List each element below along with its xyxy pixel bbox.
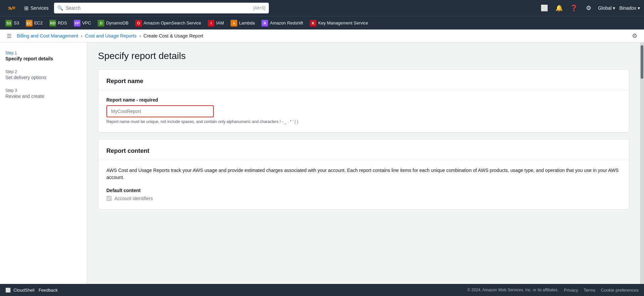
scrollbar-track[interactable]: [640, 43, 644, 284]
report-name-card: Report name Report name - required Repor…: [98, 69, 629, 132]
breadcrumb-separator-1: ›: [81, 33, 83, 39]
scrollbar-thumb[interactable]: [641, 45, 643, 79]
breadcrumb-separator-2: ›: [139, 33, 141, 39]
privacy-link[interactable]: Privacy: [564, 288, 578, 293]
rds-label: RDS: [58, 20, 67, 25]
service-shortcut-ec2[interactable]: EC EC2: [23, 18, 45, 28]
default-content-label: Default content: [106, 188, 621, 193]
page-title: Specify report details: [98, 51, 629, 61]
dynamodb-label: DynamoDB: [106, 20, 128, 25]
service-shortcuts-bar: S3 S3 EC EC2 RD RDS VP VPC D DynamoDB O …: [0, 16, 644, 29]
step-1-number: Step 1: [5, 51, 82, 55]
search-icon: 🔍: [57, 5, 63, 11]
step-1-label: Specify report details: [5, 56, 82, 61]
terminal-icon-button[interactable]: ⬜: [539, 3, 550, 13]
terms-link[interactable]: Terms: [584, 288, 595, 293]
footer-right: © 2024, Amazon Web Services, Inc. or its…: [467, 288, 639, 293]
account-menu[interactable]: Binadox ▾: [619, 5, 640, 11]
cloudshell-icon: ⬜: [5, 288, 11, 293]
breadcrumb-current: Create Cost & Usage Report: [144, 33, 203, 39]
report-content-card: Report content AWS Cost and Usage Report…: [98, 139, 629, 210]
service-shortcut-rds[interactable]: RD RDS: [47, 18, 69, 28]
step-3-label: Review and create: [5, 94, 82, 99]
opensearch-icon: O: [135, 20, 142, 26]
region-label: Global: [598, 5, 611, 11]
lambda-label: Lambda: [239, 20, 255, 25]
s3-label: S3: [14, 20, 19, 25]
main-wrapper: Step 1 Specify report details Step 2 Set…: [0, 43, 644, 284]
account-name: Binadox: [619, 5, 636, 11]
footer: ⬜ CloudShell Feedback © 2024, Amazon Web…: [0, 284, 644, 296]
region-selector[interactable]: Global ▾: [598, 5, 615, 11]
vpc-icon: VP: [74, 20, 81, 26]
breadcrumb-right-controls: ⚙: [632, 32, 637, 40]
services-label: Services: [31, 5, 49, 11]
help-button[interactable]: ❓: [568, 3, 579, 13]
cloudshell-label: CloudShell: [13, 288, 35, 293]
step-2-number: Step 2: [5, 69, 82, 74]
breadcrumb-bar: ☰ Billing and Cost Management › Cost and…: [0, 29, 644, 43]
kms-label: Key Management Service: [318, 20, 368, 25]
report-content-card-title: Report content: [106, 147, 621, 155]
nav-right-controls: ⬜ 🔔 ❓ ⚙ Global ▾ Binadox ▾: [539, 3, 640, 13]
steps-sidebar: Step 1 Specify report details Step 2 Set…: [0, 43, 87, 284]
step-3-item[interactable]: Step 3 Review and create: [5, 88, 82, 99]
card-divider-1: [98, 90, 629, 91]
search-input[interactable]: [66, 5, 251, 11]
report-name-input[interactable]: [106, 105, 214, 117]
step-2-label: Set delivery options: [5, 75, 82, 80]
sidebar-toggle-button[interactable]: ☰: [7, 33, 11, 39]
lambda-icon: λ: [231, 20, 237, 26]
cookie-preferences-link[interactable]: Cookie preferences: [601, 288, 639, 293]
cloudshell-button[interactable]: ⬜ CloudShell: [5, 288, 35, 293]
vpc-label: VPC: [82, 20, 91, 25]
chevron-down-icon: ▾: [613, 5, 615, 11]
feedback-button[interactable]: Feedback: [39, 288, 58, 293]
notifications-button[interactable]: 🔔: [554, 3, 564, 13]
service-shortcut-dynamodb[interactable]: D DynamoDB: [95, 18, 131, 28]
top-navigation: ⊞ Services 🔍 [Alt+S] ⬜ 🔔 ❓ ⚙ Global ▾ Bi…: [0, 0, 644, 16]
iam-icon: I: [208, 20, 214, 26]
step-1-item[interactable]: Step 1 Specify report details: [5, 51, 82, 61]
account-identifiers-checkbox[interactable]: [106, 196, 112, 201]
opensearch-label: Amazon OpenSearch Service: [144, 20, 201, 25]
report-content-description: AWS Cost and Usage Reports track your AW…: [106, 167, 621, 181]
redshift-icon: R: [261, 20, 268, 26]
breadcrumb-reports[interactable]: Cost and Usage Reports: [85, 33, 137, 39]
dynamodb-icon: D: [98, 20, 104, 26]
settings-button[interactable]: ⚙: [583, 3, 594, 13]
rds-icon: RD: [49, 20, 56, 26]
redshift-label: Amazon Redshift: [270, 20, 303, 25]
services-menu-button[interactable]: ⊞ Services: [21, 4, 51, 13]
page-settings-icon-button[interactable]: ⚙: [632, 32, 637, 40]
service-shortcut-lambda[interactable]: λ Lambda: [228, 18, 257, 28]
ec2-label: EC2: [34, 20, 43, 25]
main-content: Specify report details Report name Repor…: [87, 43, 640, 284]
kms-icon: K: [310, 20, 316, 26]
service-shortcut-iam[interactable]: I IAM: [205, 18, 227, 28]
step-3-number: Step 3: [5, 88, 82, 93]
report-name-hint: Report name must be unique, not include …: [106, 119, 621, 124]
report-name-field-label: Report name - required: [106, 97, 621, 103]
search-shortcut: [Alt+S]: [253, 6, 265, 10]
report-name-card-title: Report name: [106, 78, 621, 85]
service-shortcut-redshift[interactable]: R Amazon Redshift: [259, 18, 306, 28]
footer-left: ⬜ CloudShell Feedback: [5, 288, 58, 293]
footer-copyright: © 2024, Amazon Web Services, Inc. or its…: [467, 288, 558, 292]
breadcrumb-billing[interactable]: Billing and Cost Management: [17, 33, 78, 39]
account-identifiers-label: Account identifiers: [114, 196, 153, 201]
iam-label: IAM: [216, 20, 224, 25]
account-chevron-icon: ▾: [638, 5, 640, 11]
service-shortcut-kms[interactable]: K Key Management Service: [307, 18, 371, 28]
search-bar: 🔍 [Alt+S]: [54, 3, 269, 13]
service-shortcut-vpc[interactable]: VP VPC: [71, 18, 94, 28]
step-2-item[interactable]: Step 2 Set delivery options: [5, 69, 82, 80]
ec2-icon: EC: [26, 20, 33, 26]
service-shortcut-opensearch[interactable]: O Amazon OpenSearch Service: [133, 18, 204, 28]
service-shortcut-s3[interactable]: S3 S3: [3, 18, 22, 28]
s3-icon: S3: [5, 20, 12, 26]
aws-logo[interactable]: [4, 4, 17, 12]
account-identifiers-row: Account identifiers: [106, 196, 621, 201]
card-divider-2: [98, 160, 629, 160]
